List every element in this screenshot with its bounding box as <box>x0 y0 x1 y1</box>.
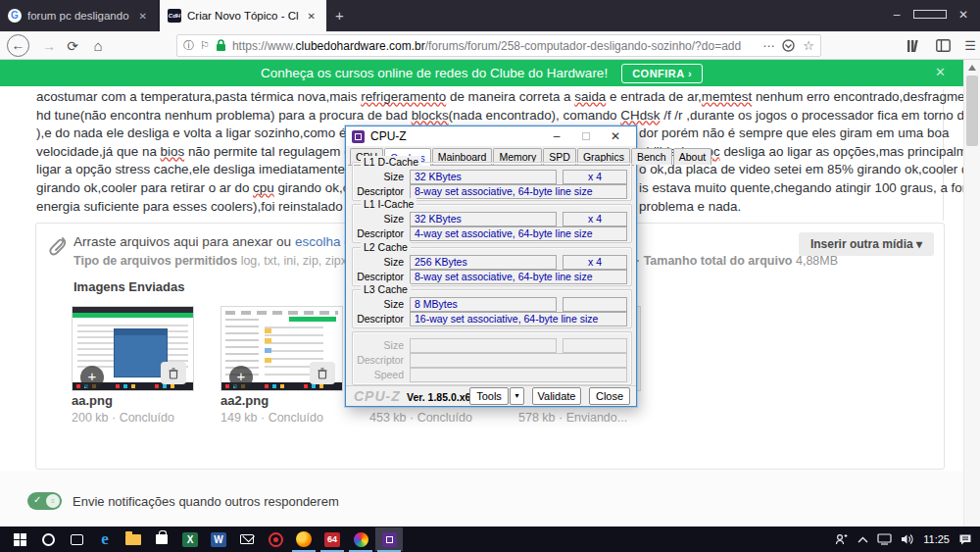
action-center-icon[interactable] <box>958 533 972 546</box>
cpuz-tab-bench[interactable]: Bench <box>631 148 672 165</box>
attachment-status: 578 kb · Enviando... <box>518 411 663 425</box>
delete-attachment-button[interactable] <box>310 362 335 384</box>
browser-tab-criar-novo-topico[interactable]: CdH Criar Novo Tópico - Clube do H ✕ <box>160 0 326 31</box>
show-hidden-icons-chevron[interactable] <box>858 536 868 543</box>
l3-size-field[interactable]: 8 MBytes <box>410 297 557 312</box>
l1i-descriptor-field[interactable]: 4-way set associative, 64-byte line size <box>410 226 627 241</box>
l3-descriptor-field[interactable]: 16-way set associative, 64-byte line siz… <box>410 312 627 326</box>
library-icon[interactable] <box>906 39 921 53</box>
cpuz-minimize-button[interactable]: – <box>542 129 571 143</box>
store-button[interactable] <box>148 527 175 551</box>
running-indicator <box>377 550 401 552</box>
validate-button[interactable]: Validate <box>532 387 581 405</box>
expand-plus-icon[interactable]: + <box>229 366 253 389</box>
cpuz-logo: CPU-Z <box>354 388 401 404</box>
expand-plus-icon[interactable]: + <box>80 366 104 389</box>
store-bag-icon <box>156 534 168 544</box>
bullseye-app-button[interactable] <box>262 527 289 551</box>
cpuz-window[interactable]: CPU-Z – ✕ CPU Caches Mainboard Memory SP… <box>345 125 637 407</box>
cpuz-maximize-button <box>571 129 601 143</box>
scroll-up-arrow-icon[interactable] <box>968 65 976 71</box>
volume-icon[interactable] <box>901 533 914 545</box>
attachment-status: 453 kb · Concluído <box>369 411 514 425</box>
window-maximize-button[interactable] <box>913 8 947 22</box>
close-button[interactable]: Close <box>589 387 630 405</box>
sidebar-toggle-icon[interactable] <box>936 39 951 52</box>
l3-count-field[interactable] <box>563 297 627 312</box>
confira-button[interactable]: CONFIRA › <box>621 64 703 83</box>
new-tab-button[interactable]: + <box>335 7 344 24</box>
forward-button[interactable]: → <box>37 34 61 58</box>
tools-button[interactable]: Tools <box>469 387 509 405</box>
running-indicator <box>349 550 372 552</box>
https-lock-icon <box>216 39 226 52</box>
page-scrollbar[interactable] <box>963 60 980 527</box>
l1i-size-field[interactable]: 32 KBytes <box>410 212 557 226</box>
file-explorer-button[interactable] <box>120 527 147 551</box>
l2-descriptor-field[interactable]: 8-way set associative, 64-byte line size <box>410 270 627 284</box>
reload-button[interactable]: ⟳ <box>61 34 84 58</box>
url-bar[interactable]: ⓘ ⚐ https://www.clubedohardware.com.br/f… <box>176 34 821 57</box>
toggle-check-icon: ✓ <box>33 494 41 505</box>
empty-count-field <box>563 338 627 353</box>
word-icon: W <box>211 532 226 547</box>
attachment-thumb-aa2[interactable]: + <box>220 306 343 391</box>
cpuz-tab-about[interactable]: About <box>673 148 711 165</box>
pocket-icon[interactable] <box>782 39 795 52</box>
excel-button[interactable]: X <box>176 527 204 551</box>
cpuz-taskbar-button[interactable] <box>375 527 403 551</box>
clock[interactable]: 11:25 <box>923 533 950 545</box>
word-button[interactable]: W <box>205 527 232 551</box>
paint-app-button[interactable] <box>347 527 374 551</box>
l1d-descriptor-field[interactable]: 8-way set associative, 64-byte line size <box>410 184 627 199</box>
mail-button[interactable] <box>233 527 261 551</box>
l1i-count-field[interactable]: x 4 <box>563 212 627 226</box>
tools-dropdown-button[interactable]: ▾ <box>510 387 524 405</box>
insert-other-media-button[interactable]: Inserir outra mídia ▾ <box>799 232 934 256</box>
cpuz-group-l1d: L1 D-Cache Size 32 KBytes x 4 Descriptor… <box>352 162 632 201</box>
running-indicator <box>292 550 316 552</box>
cpuz-close-button[interactable]: ✕ <box>601 129 630 143</box>
mail-icon <box>240 534 254 544</box>
cpuz-group-l1i: L1 I-Cache Size 32 KBytes x 4 Descriptor… <box>352 204 632 243</box>
paint-icon <box>354 532 368 547</box>
cortana-button[interactable] <box>34 527 62 551</box>
tab-close-icon[interactable]: ✕ <box>136 9 150 24</box>
task-view-button[interactable] <box>63 527 90 551</box>
back-button[interactable]: ← <box>7 34 29 57</box>
tab-close-icon[interactable]: ✕ <box>305 9 318 24</box>
home-button[interactable]: ⌂ <box>86 34 110 58</box>
cpuz-titlebar[interactable]: CPU-Z – ✕ <box>346 126 636 146</box>
app-64-button[interactable]: 64 <box>318 527 346 551</box>
window-close-button[interactable]: ✕ <box>947 8 980 22</box>
network-icon[interactable] <box>877 533 892 545</box>
edge-taskbar-button[interactable]: e <box>91 527 119 551</box>
page-actions-icon[interactable]: ⋯ <box>762 39 774 53</box>
banner-close-icon[interactable]: ✕ <box>935 65 946 79</box>
people-icon[interactable] <box>835 533 849 545</box>
tab-title: Criar Novo Tópico - Clube do H <box>187 10 299 22</box>
scrollbar-thumb[interactable] <box>966 75 978 146</box>
firefox-button[interactable] <box>290 527 318 551</box>
uploaded-images-title: Imagens Enviadas <box>74 279 184 294</box>
attachment-filename: aa2.png <box>220 393 366 408</box>
l1d-count-field[interactable]: x 4 <box>563 170 627 184</box>
firefox-icon <box>296 531 312 547</box>
notify-toggle[interactable]: ✓ ≡ <box>27 492 62 510</box>
menu-hamburger-icon[interactable]: ☰ <box>958 34 980 58</box>
delete-attachment-button[interactable] <box>161 362 186 384</box>
l2-count-field[interactable]: x 4 <box>563 255 627 270</box>
start-button[interactable] <box>6 527 33 551</box>
browser-tab-forum[interactable]: G forum pc desligando sozinho - ✕ <box>0 0 159 31</box>
l1d-size-field[interactable]: 32 KBytes <box>410 170 557 184</box>
l2-size-field[interactable]: 256 KBytes <box>410 255 557 270</box>
permissions-flag-icon[interactable]: ⚐ <box>200 39 210 52</box>
window-controls: – ✕ <box>880 0 980 29</box>
cpuz-group-empty: Size Descriptor Speed <box>352 331 632 385</box>
attachment-thumb-aa[interactable]: + <box>72 306 194 391</box>
page-info-icon[interactable]: ⓘ <box>183 38 194 53</box>
edge-icon: e <box>101 529 109 549</box>
tab-title: forum pc desligando sozinho - <box>27 10 130 22</box>
window-minimize-button[interactable]: – <box>880 8 913 22</box>
bookmark-star-icon[interactable]: ☆ <box>803 38 814 53</box>
